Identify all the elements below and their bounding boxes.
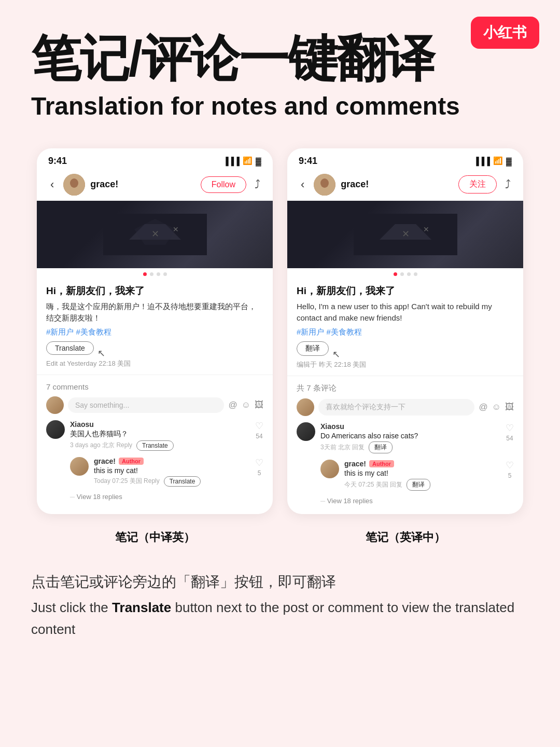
status-icons-right: ▐▐▐ 📶 ▓	[473, 156, 512, 165]
mockups-row: 9:41 ▐▐▐ 📶 ▓ ‹ grace! Follow	[0, 133, 560, 524]
comment-username-1-left: Xiaosu	[70, 420, 94, 428]
comments-count-right: 共 7 条评论	[297, 383, 514, 393]
comment-like-2-left: ♡ 5	[255, 457, 263, 487]
back-button-right[interactable]: ‹	[297, 176, 309, 193]
comment-avatar-1-left	[46, 420, 65, 439]
dot-r-4	[414, 272, 417, 276]
phone-card-right: 9:41 ▐▐▐ 📶 ▓ ‹ grace! 关注 ⤴	[287, 148, 523, 514]
post-tags-right: #新用户 #美食教程	[297, 327, 514, 337]
status-time-left: 9:41	[48, 156, 67, 167]
comment-meta-1-right: 3天前 北京 回复 翻译	[320, 441, 500, 453]
back-button-left[interactable]: ‹	[46, 176, 58, 193]
username-right: grace!	[341, 179, 453, 190]
comment-item-2-left: grace! Author this is my cat! Today 07:2…	[70, 457, 263, 487]
emoji-icon-left[interactable]: ☺	[242, 400, 250, 410]
battery-icon-right: ▓	[506, 157, 512, 165]
follow-button-right[interactable]: 关注	[458, 175, 497, 193]
desc-en-before: Just click the	[31, 600, 112, 615]
battery-icon: ▓	[256, 157, 261, 165]
at-icon-right[interactable]: @	[479, 402, 487, 412]
post-body-right: Hello, I'm a new user to this app! Can't…	[297, 301, 514, 324]
reply-thread-left: grace! Author this is my cat! Today 07:2…	[70, 457, 263, 487]
image-icon-left[interactable]: 🖼	[255, 400, 263, 410]
phone-card-left: 9:41 ▐▐▐ 📶 ▓ ‹ grace! Follow	[37, 148, 273, 514]
xiaohongshu-badge: 小红书	[471, 17, 539, 49]
comment-input-right[interactable]: 喜欢就给个评论支持一下	[318, 399, 474, 416]
comment-avatar-1-right	[297, 422, 315, 441]
post-title-right: Hi，新朋友们，我来了	[297, 284, 514, 298]
desc-en-bold: Translate	[112, 600, 171, 615]
status-bar-right: 9:41 ▐▐▐ 📶 ▓	[287, 148, 523, 171]
comment-text-2-right: this is my cat!	[344, 469, 500, 477]
post-body-left: 嗨，我是这个应用的新用户！迫不及待地想要重建我的平台，结交新朋友啦！	[46, 301, 263, 324]
view-replies-right[interactable]: View 18 replies	[320, 497, 514, 505]
comment-icons-left: @ ☺ 🖼	[228, 400, 263, 410]
share-button-left[interactable]: ⤴	[251, 176, 263, 193]
follow-button-left[interactable]: Follow	[201, 176, 246, 193]
status-time-right: 9:41	[299, 156, 317, 167]
caption-left: 笔记（中译英）	[37, 530, 273, 545]
svg-text:✕: ✕	[423, 225, 429, 233]
post-image-content-left: ✕ ✕	[37, 201, 273, 268]
comment-username-2-right: grace!	[344, 460, 366, 468]
comment-username-2-left: grace!	[94, 457, 116, 465]
comment-text-1-right: Do Americans also raise cats?	[320, 432, 500, 440]
translate-comment-1-right[interactable]: 翻译	[369, 441, 393, 453]
cursor-icon-left: ↖	[97, 348, 105, 359]
comment-input-row-left: Say something... @ ☺ 🖼	[46, 396, 263, 414]
comment-text-2-left: this is my cat!	[94, 466, 250, 475]
image-icon-right[interactable]: 🖼	[505, 402, 514, 412]
comments-section-right: 共 7 条评论 喜欢就给个评论支持一下 @ ☺ 🖼 Xiaosu Do A	[287, 378, 523, 514]
post-content-right: Hi，新朋友们，我来了 Hello, I'm a new user to thi…	[287, 279, 523, 374]
signal-icon: ▐▐▐	[223, 157, 240, 165]
translate-note-button-right[interactable]: 翻译	[297, 341, 329, 356]
comment-item-2-right: grace! Author this is my cat! 今天 07:25 美…	[320, 460, 514, 491]
comment-item-1-left: Xiaosu 美国人也养猫吗？ 3 days ago 北京 Reply Tran…	[46, 420, 263, 451]
comment-avatar-2-left	[70, 457, 89, 476]
comment-body-1-right: Xiaosu Do Americans also raise cats? 3天前…	[320, 422, 500, 453]
translate-note-button-left[interactable]: Translate	[46, 341, 94, 355]
comment-meta-2-right: 今天 07:25 美国 回复 翻译	[344, 479, 500, 491]
comment-body-2-left: grace! Author this is my cat! Today 07:2…	[94, 457, 250, 487]
comment-icons-right: @ ☺ 🖼	[479, 402, 514, 412]
share-button-right[interactable]: ⤴	[502, 176, 514, 193]
translate-comment-2-right[interactable]: 翻译	[407, 479, 430, 491]
signal-icon-right: ▐▐▐	[473, 157, 490, 165]
heart-icon-1-left[interactable]: ♡	[255, 420, 263, 432]
author-badge-right: Author	[369, 460, 394, 467]
post-tags-left: #新用户 #美食教程	[46, 327, 263, 337]
translate-comment-2-left[interactable]: Translate	[164, 476, 201, 487]
at-icon-left[interactable]: @	[228, 400, 237, 410]
comment-body-2-right: grace! Author this is my cat! 今天 07:25 美…	[344, 460, 500, 491]
svg-text:✕: ✕	[173, 225, 179, 233]
status-icons-left: ▐▐▐ 📶 ▓	[223, 156, 261, 165]
reply-thread-right: grace! Author this is my cat! 今天 07:25 美…	[320, 460, 514, 491]
comment-date-1-left: 3 days ago 北京 Reply	[70, 441, 132, 450]
svg-text:✕: ✕	[401, 229, 409, 239]
author-badge-left: Author	[119, 458, 144, 465]
dot-3	[157, 272, 160, 276]
dot-r-2	[400, 272, 404, 276]
status-bar-left: 9:41 ▐▐▐ 📶 ▓	[37, 148, 273, 171]
heart-icon-2-left[interactable]: ♡	[255, 457, 263, 468]
svg-point-1	[70, 178, 78, 188]
heart-icon-1-right[interactable]: ♡	[506, 422, 514, 434]
comment-date-1-right: 3天前 北京 回复	[320, 443, 365, 452]
view-replies-left[interactable]: View 18 replies	[70, 493, 263, 501]
post-image-right: ✕ ✕	[287, 201, 523, 268]
comment-date-2-left: Today 07:25 美国 Reply	[94, 477, 160, 486]
comment-username-1-right: Xiaosu	[320, 422, 344, 431]
emoji-icon-right[interactable]: ☺	[492, 402, 501, 412]
translate-comment-1-left[interactable]: Translate	[136, 440, 174, 451]
post-meta-left: Edit at Yesterday 22:18 美国	[46, 359, 263, 368]
comment-body-1-left: Xiaosu 美国人也养猫吗？ 3 days ago 北京 Reply Tran…	[70, 420, 250, 451]
comment-meta-2-left: Today 07:25 美国 Reply Translate	[94, 476, 250, 487]
dot-2	[150, 272, 153, 276]
desc-en: Just click the Translate button next to …	[31, 597, 529, 640]
heart-icon-2-right[interactable]: ♡	[506, 460, 514, 471]
comment-input-left[interactable]: Say something...	[68, 397, 224, 413]
dot-1	[143, 272, 147, 276]
nav-bar-right: ‹ grace! 关注 ⤴	[287, 171, 523, 201]
wifi-icon: 📶	[243, 156, 253, 165]
post-image-left: ✕ ✕	[37, 201, 273, 268]
